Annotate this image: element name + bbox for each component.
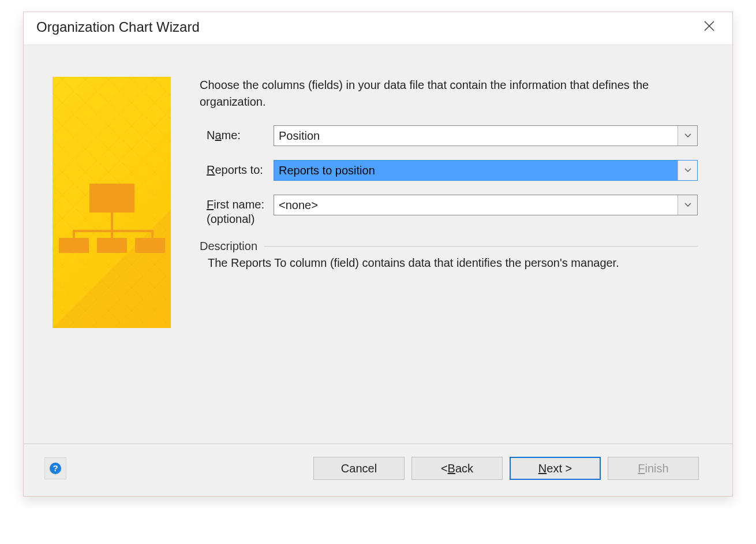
description-text: The Reports To column (field) contains d… (200, 253, 698, 270)
field-row-name: Name: Position (200, 125, 698, 146)
cancel-button[interactable]: Cancel (313, 457, 405, 480)
back-button[interactable]: < Back (411, 457, 503, 480)
reports-to-label: Reports to: (200, 160, 274, 177)
title-bar: Organization Chart Wizard (24, 12, 732, 45)
help-button[interactable]: ? (44, 457, 66, 479)
intro-text: Choose the columns (fields) in your data… (200, 77, 673, 110)
reports-to-combobox-button[interactable] (678, 161, 697, 180)
chevron-down-icon (684, 203, 691, 207)
first-name-combobox-value: <none> (274, 195, 678, 215)
name-combobox[interactable]: Position (274, 125, 698, 146)
reports-to-combobox-value: Reports to position (274, 161, 678, 180)
name-label: Name: (200, 125, 274, 142)
name-combobox-button[interactable] (678, 126, 697, 146)
svg-text:?: ? (53, 463, 58, 473)
help-icon: ? (49, 462, 62, 475)
first-name-combobox[interactable]: <none> (274, 195, 698, 215)
reports-to-combobox[interactable]: Reports to position (274, 160, 698, 181)
field-row-first-name: First name: (optional) <none> (200, 195, 698, 226)
first-name-optional-label: (optional) (200, 213, 274, 226)
first-name-combobox-button[interactable] (678, 195, 697, 215)
dialog-footer: ? Cancel < Back Next > Finish (24, 444, 732, 496)
wizard-illustration (53, 77, 171, 328)
description-divider (264, 246, 698, 247)
close-button[interactable] (699, 18, 720, 36)
dialog-title: Organization Chart Wizard (36, 19, 200, 35)
next-button[interactable]: Next > (510, 457, 601, 480)
close-icon (703, 20, 715, 32)
wizard-dialog: Organization Chart Wizard Choose the col… (23, 12, 733, 497)
first-name-label: First name: (200, 195, 274, 211)
chevron-down-icon (684, 168, 691, 173)
finish-button: Finish (608, 457, 699, 480)
name-combobox-value: Position (274, 126, 678, 146)
content-area: Choose the columns (fields) in your data… (200, 77, 698, 426)
first-name-label-group: First name: (optional) (200, 195, 274, 226)
description-header: Description (200, 240, 698, 253)
chevron-down-icon (684, 133, 691, 138)
description-section: Description The Reports To column (field… (200, 240, 698, 270)
description-title: Description (200, 240, 257, 253)
dialog-body: Choose the columns (fields) in your data… (24, 45, 732, 444)
field-row-reports-to: Reports to: Reports to position (200, 160, 698, 181)
